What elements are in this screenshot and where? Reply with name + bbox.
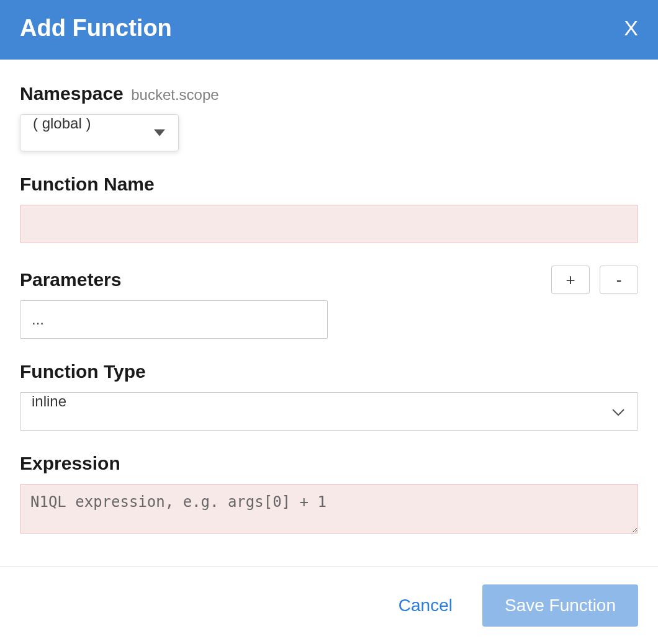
modal-title: Add Function <box>20 15 172 42</box>
modal-body: Namespace bucket.scope ( global ) Functi… <box>0 60 658 556</box>
close-button[interactable]: X <box>624 17 638 38</box>
function-type-label: Function Type <box>20 361 146 382</box>
expression-label: Expression <box>20 453 120 474</box>
function-type-select[interactable]: inline <box>20 392 638 431</box>
parameters-label: Parameters <box>20 269 121 290</box>
namespace-field: Namespace bucket.scope ( global ) <box>20 83 638 151</box>
cancel-button[interactable]: Cancel <box>399 596 453 615</box>
expression-input[interactable] <box>20 484 638 534</box>
namespace-label: Namespace <box>20 83 124 104</box>
namespace-sublabel: bucket.scope <box>131 86 219 103</box>
save-function-button[interactable]: Save Function <box>482 584 638 627</box>
function-type-field: Function Type inline <box>20 361 638 431</box>
namespace-select[interactable]: ( global ) <box>20 114 179 151</box>
remove-parameter-button[interactable]: - <box>600 266 638 294</box>
modal-footer: Cancel Save Function <box>0 566 658 644</box>
function-name-label: Function Name <box>20 174 155 195</box>
parameter-input[interactable] <box>20 300 328 339</box>
function-name-input[interactable] <box>20 205 638 243</box>
expression-field: Expression <box>20 453 638 536</box>
modal-header: Add Function X <box>0 0 658 60</box>
function-name-field: Function Name <box>20 174 638 243</box>
add-parameter-button[interactable]: + <box>551 266 590 294</box>
parameters-field: Parameters + - <box>20 266 638 339</box>
